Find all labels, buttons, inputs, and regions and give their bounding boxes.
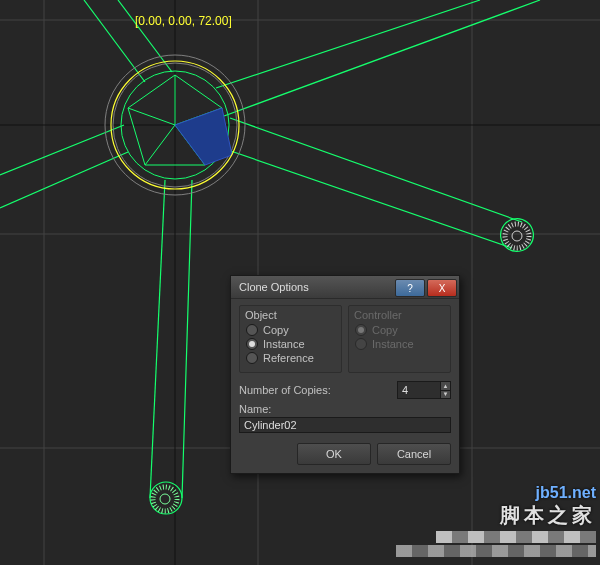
help-button[interactable]: ? — [395, 279, 425, 297]
cancel-button[interactable]: Cancel — [377, 443, 451, 465]
num-copies-input[interactable] — [398, 382, 440, 398]
coordinate-readout: [0.00, 0.00, 72.00] — [135, 14, 232, 28]
svg-line-10 — [222, 148, 512, 248]
svg-line-25 — [145, 125, 175, 165]
close-button[interactable]: X — [427, 279, 457, 297]
controller-group: Controller Copy Instance — [348, 305, 451, 373]
svg-line-9 — [182, 180, 192, 498]
radio-icon — [246, 338, 258, 350]
watermark: jb51.net 脚本之家 — [396, 484, 596, 557]
svg-line-13 — [224, 0, 540, 116]
name-label: Name: — [239, 403, 271, 415]
svg-line-12 — [216, 0, 480, 88]
ok-button[interactable]: OK — [297, 443, 371, 465]
group-title-object: Object — [245, 309, 335, 321]
svg-point-29 — [153, 487, 177, 511]
selected-face — [175, 108, 232, 165]
num-copies-spinner[interactable]: ▲ ▼ — [397, 381, 451, 399]
clone-options-dialog: Clone Options ? X Object Copy Instance R… — [230, 275, 460, 474]
svg-line-8 — [150, 180, 165, 498]
spinner-up[interactable]: ▲ — [440, 382, 450, 390]
caster-icon — [153, 487, 177, 511]
svg-point-28 — [512, 231, 522, 241]
radio-icon — [246, 324, 258, 336]
radio-object-reference[interactable]: Reference — [246, 352, 335, 364]
radio-icon — [355, 324, 367, 336]
number-of-copies-row: Number of Copies: ▲ ▼ — [239, 381, 451, 399]
close-icon: X — [439, 283, 446, 294]
dialog-title: Clone Options — [239, 281, 309, 293]
radio-icon — [246, 352, 258, 364]
watermark-text: 脚本之家 — [396, 502, 596, 529]
group-title-controller: Controller — [354, 309, 444, 321]
radio-icon — [355, 338, 367, 350]
help-icon: ? — [407, 283, 413, 294]
dialog-titlebar[interactable]: Clone Options ? X — [231, 276, 459, 299]
radio-object-copy[interactable]: Copy — [246, 324, 335, 336]
svg-line-17 — [0, 152, 128, 208]
object-group: Object Copy Instance Reference — [239, 305, 342, 373]
svg-line-14 — [84, 0, 145, 82]
radio-controller-instance: Instance — [355, 338, 444, 350]
svg-point-30 — [160, 494, 170, 504]
decoration-stripes — [396, 545, 596, 557]
radio-object-instance[interactable]: Instance — [246, 338, 335, 350]
svg-point-27 — [505, 224, 529, 248]
spinner-down[interactable]: ▼ — [440, 390, 450, 399]
svg-line-15 — [118, 0, 172, 72]
svg-line-11 — [230, 118, 522, 222]
viewport[interactable]: [0.00, 0.00, 72.00] Clone Options ? X Ob… — [0, 0, 600, 565]
num-copies-label: Number of Copies: — [239, 384, 331, 396]
radio-controller-copy: Copy — [355, 324, 444, 336]
svg-line-26 — [128, 108, 175, 125]
watermark-url: jb51.net — [396, 484, 596, 502]
decoration-stripes — [436, 531, 596, 543]
name-input[interactable] — [239, 417, 451, 433]
caster-icon — [505, 224, 529, 248]
